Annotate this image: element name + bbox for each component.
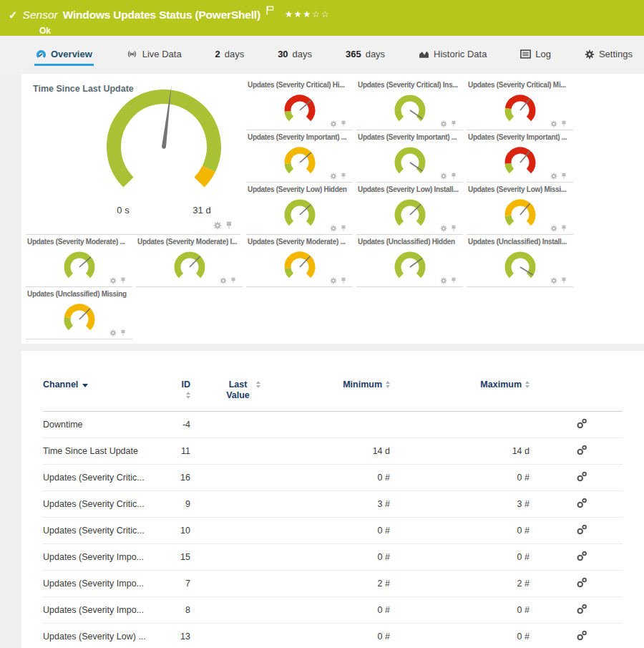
pin-icon[interactable] (560, 277, 567, 284)
id-cell: 16 (179, 465, 219, 491)
tab-label: Settings (599, 49, 633, 59)
gauge-panel-14: Updates (Unclassified) Missing (26, 287, 132, 339)
gear-icon[interactable] (109, 329, 117, 337)
gear-icon[interactable] (330, 120, 337, 127)
pin-icon[interactable] (560, 120, 567, 127)
gear-icon[interactable] (330, 225, 337, 232)
pin-icon[interactable] (230, 277, 237, 284)
tab-live-data[interactable]: Live Data (125, 47, 183, 66)
sensor-kind-label: Sensor (23, 9, 58, 21)
table-row: Downtime-4 (43, 412, 623, 438)
column-label: Minimum (343, 379, 382, 390)
channel-settings-icon[interactable] (576, 524, 587, 535)
tab-365-days[interactable]: 365days (344, 47, 386, 66)
gear-icon (585, 49, 595, 62)
gauge-title: Updates (Severity Low) Missi... (467, 183, 573, 195)
priority-stars[interactable]: ★★★☆☆ (285, 9, 331, 19)
column-label: Last Value (224, 379, 253, 401)
channel-settings-icon[interactable] (576, 630, 587, 641)
panel-icons (550, 277, 567, 284)
stars-empty[interactable]: ☆☆ (312, 9, 330, 19)
stars-filled[interactable]: ★★★ (285, 9, 312, 19)
gear-icon[interactable] (440, 173, 447, 180)
tab-2-days[interactable]: 2days (214, 47, 246, 66)
panel-icons (330, 120, 347, 127)
column-header-id[interactable]: ID (179, 379, 219, 412)
gear-icon[interactable] (440, 277, 447, 284)
channel-cell: Updates (Severity Critic... (43, 465, 179, 491)
tab-historic-data[interactable]: Historic Data (417, 47, 488, 66)
table-row: Updates (Severity Impo...80 #0 # (43, 597, 623, 624)
gear-icon[interactable] (220, 277, 227, 284)
tab-label: Live Data (142, 49, 182, 59)
gauge-title: Updates (Severity Critical) Mi... (467, 78, 573, 91)
channel-settings-icon[interactable] (576, 577, 587, 588)
gauge-panel-7: Updates (Severity Low) Install... (356, 183, 463, 235)
minimum-cell: 14 d (265, 438, 401, 465)
gear-icon[interactable] (213, 221, 222, 230)
gear-icon[interactable] (550, 120, 557, 127)
pin-icon[interactable] (340, 173, 347, 180)
channel-settings-icon[interactable] (576, 551, 587, 561)
minimum-cell: 0 # (265, 518, 401, 544)
minimum-cell: 2 # (265, 571, 401, 597)
maximum-cell: 0 # (401, 624, 540, 648)
pin-icon[interactable] (450, 277, 457, 284)
column-header-last-value[interactable]: Last Value (219, 379, 265, 412)
gauge-grid: Time Since Last Update 0 s31 d Updates (… (26, 78, 644, 339)
gear-icon[interactable] (550, 225, 557, 232)
priority-flag-icon[interactable] (266, 5, 274, 18)
gear-icon[interactable] (550, 173, 557, 180)
channel-cell: Updates (Severity Critic... (43, 491, 179, 518)
table-row: Updates (Severity Critic...100 #0 # (43, 518, 623, 544)
tab-overview[interactable]: Overview (34, 47, 94, 66)
pin-icon[interactable] (119, 329, 127, 337)
column-label: Maximum (480, 379, 522, 390)
tab-log[interactable]: Log (519, 47, 552, 66)
mini-gauge (278, 92, 321, 126)
tab-30-days[interactable]: 30days (276, 47, 313, 66)
pin-icon[interactable] (560, 173, 567, 180)
table-header-row: ChannelIDLast ValueMinimumMaximum (43, 379, 623, 412)
pin-icon[interactable] (119, 277, 127, 284)
gear-icon[interactable] (330, 173, 337, 180)
gauge-panel-13: Updates (Unclassified) Install... (467, 235, 573, 287)
channel-cell: Downtime (43, 412, 179, 438)
channel-settings-icon[interactable] (576, 498, 587, 508)
column-header-channel[interactable]: Channel (43, 379, 179, 412)
channel-settings-icon[interactable] (576, 418, 587, 429)
table-row: Updates (Severity Impo...150 #0 # (43, 544, 623, 571)
channel-settings-icon[interactable] (576, 445, 587, 455)
gauge-panel-9: Updates (Severity Moderate) ... (26, 235, 132, 287)
pin-icon[interactable] (340, 225, 347, 232)
sort-icon (186, 392, 190, 399)
gear-icon[interactable] (550, 277, 557, 284)
mini-gauge (58, 248, 101, 283)
panel-icons (550, 120, 567, 127)
mini-gauge (499, 144, 542, 178)
pin-icon[interactable] (340, 277, 347, 284)
column-header-minimum[interactable]: Minimum (265, 379, 401, 412)
gear-icon[interactable] (109, 277, 117, 284)
pin-icon[interactable] (450, 173, 457, 180)
id-cell: 9 (179, 491, 219, 518)
pin-icon[interactable] (450, 225, 457, 232)
gear-icon[interactable] (440, 120, 447, 127)
mini-gauge (278, 144, 321, 178)
tab-settings[interactable]: Settings (583, 47, 634, 66)
gear-icon[interactable] (330, 277, 337, 284)
column-label: Channel (43, 379, 78, 390)
column-header-maximum[interactable]: Maximum (401, 379, 540, 412)
ok-check-icon: ✓ (9, 9, 18, 21)
channel-settings-icon[interactable] (576, 471, 587, 482)
panel-icons (213, 221, 233, 230)
pin-icon[interactable] (450, 120, 457, 127)
table-row: Updates (Severity Low) ...130 #0 # (43, 624, 623, 648)
pin-icon[interactable] (340, 120, 347, 127)
maximum-cell: 14 d (401, 438, 540, 465)
tab-number: 2 (215, 49, 220, 59)
gear-icon[interactable] (440, 225, 447, 232)
pin-icon[interactable] (560, 225, 567, 232)
pin-icon[interactable] (225, 221, 233, 230)
channel-settings-icon[interactable] (576, 604, 587, 614)
